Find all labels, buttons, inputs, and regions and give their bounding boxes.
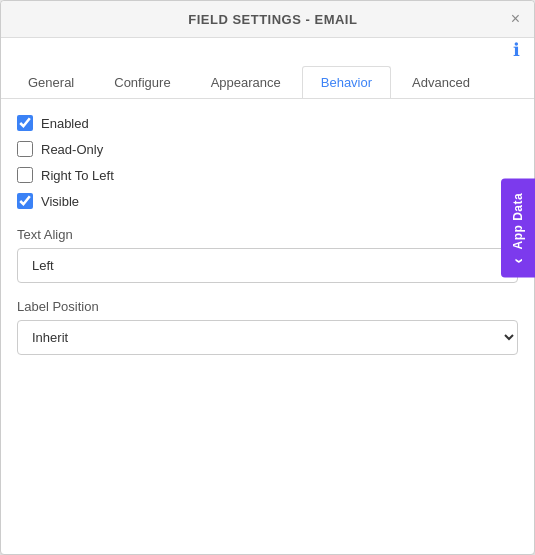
label-position-select[interactable]: Inherit Top Left Right Bottom: [17, 320, 518, 355]
checkbox-rtl-input[interactable]: [17, 167, 33, 183]
app-data-label: App Data: [511, 193, 525, 250]
checkbox-readonly-input[interactable]: [17, 141, 33, 157]
checkbox-enabled[interactable]: Enabled: [17, 115, 518, 131]
checkbox-enabled-label: Enabled: [41, 116, 89, 131]
tab-advanced[interactable]: Advanced: [393, 66, 489, 98]
checkbox-rtl-label: Right To Left: [41, 168, 114, 183]
modal-header: FIELD SETTINGS - EMAIL ×: [1, 1, 534, 38]
checkbox-readonly-label: Read-Only: [41, 142, 103, 157]
app-data-chevron: ‹: [509, 258, 527, 264]
app-data-panel[interactable]: ‹ App Data: [501, 179, 535, 278]
modal-body: Enabled Read-Only Right To Left Visible …: [1, 99, 534, 554]
tab-appearance[interactable]: Appearance: [192, 66, 300, 98]
tab-configure[interactable]: Configure: [95, 66, 189, 98]
close-button[interactable]: ×: [511, 11, 520, 27]
checkbox-visible-input[interactable]: [17, 193, 33, 209]
modal-title: FIELD SETTINGS - EMAIL: [35, 12, 511, 27]
checkbox-visible[interactable]: Visible: [17, 193, 518, 209]
text-align-group: Text Align Left Center Right: [17, 227, 518, 283]
checkbox-rtl[interactable]: Right To Left: [17, 167, 518, 183]
field-settings-modal: FIELD SETTINGS - EMAIL × ℹ General Confi…: [0, 0, 535, 555]
text-align-select[interactable]: Left Center Right: [17, 248, 518, 283]
checkbox-group: Enabled Read-Only Right To Left Visible: [17, 115, 518, 209]
tab-general[interactable]: General: [9, 66, 93, 98]
checkbox-visible-label: Visible: [41, 194, 79, 209]
label-position-group: Label Position Inherit Top Left Right Bo…: [17, 299, 518, 355]
tab-behavior[interactable]: Behavior: [302, 66, 391, 98]
content-area: Enabled Read-Only Right To Left Visible …: [1, 99, 534, 554]
checkbox-readonly[interactable]: Read-Only: [17, 141, 518, 157]
text-align-label: Text Align: [17, 227, 518, 242]
info-icon[interactable]: ℹ: [513, 39, 520, 61]
tabs-bar: General Configure Appearance Behavior Ad…: [1, 38, 534, 99]
label-position-label: Label Position: [17, 299, 518, 314]
checkbox-enabled-input[interactable]: [17, 115, 33, 131]
